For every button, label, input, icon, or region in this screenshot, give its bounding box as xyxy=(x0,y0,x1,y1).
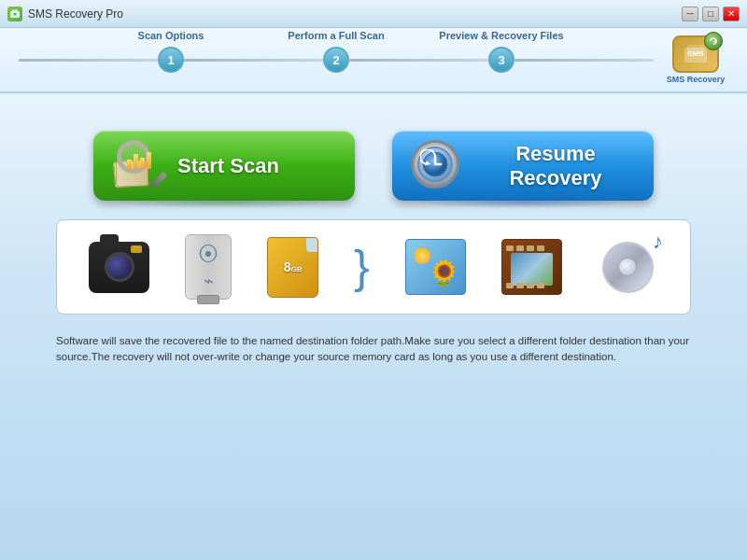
window-controls: ─ □ ✕ xyxy=(682,7,740,21)
bracket-icon: } xyxy=(354,244,370,290)
usb-icon-char: ⌁ xyxy=(204,271,214,291)
music-icon-item: ♪ xyxy=(598,239,658,295)
svg-rect-1 xyxy=(12,9,18,13)
film-strip-top xyxy=(502,244,561,253)
photo-shape: 🌻 xyxy=(405,239,466,295)
start-scan-label: Start Scan xyxy=(177,154,279,178)
sd-label: 8GB xyxy=(284,259,303,274)
music-note: ♪ xyxy=(653,230,663,254)
magnifier-icon xyxy=(112,140,163,191)
minimize-button[interactable]: ─ xyxy=(682,7,698,21)
buttons-row: Start Scan xyxy=(56,131,691,201)
sd-notch xyxy=(306,238,317,252)
close-button[interactable]: ✕ xyxy=(723,7,740,21)
app-icon xyxy=(7,7,22,21)
svg-point-2 xyxy=(14,12,17,15)
step1-wrapper: Scan Options 1 xyxy=(158,47,184,73)
step2-number: 2 xyxy=(332,53,339,67)
camera-flash xyxy=(131,245,142,253)
music-shape: ♪ xyxy=(598,239,658,295)
bar4 xyxy=(147,152,151,169)
usb-symbol: ⦿ xyxy=(198,243,218,267)
camera-lens xyxy=(105,252,134,282)
steps-container: Scan Options 1 Perform a Full Scan 2 Pre… xyxy=(19,47,654,73)
step1-circle: 1 xyxy=(158,47,184,73)
app-title: SMS Recovery Pro xyxy=(28,7,123,21)
usb-port xyxy=(197,295,219,304)
film-hole4 xyxy=(537,245,544,251)
step1-label: Scan Options xyxy=(138,30,204,41)
logo-icon: SMS xyxy=(672,35,719,73)
film-strip-bottom xyxy=(502,281,561,290)
step-line-pre1 xyxy=(19,59,158,62)
step3-number: 3 xyxy=(498,53,504,67)
bar1 xyxy=(127,160,132,169)
film-shape xyxy=(501,239,562,295)
camera-icon-item xyxy=(89,242,149,293)
title-bar: SMS Recovery Pro ─ □ ✕ xyxy=(0,0,747,28)
disc-inner xyxy=(618,258,637,276)
clock-icon xyxy=(411,140,462,191)
photo-icon-item: 🌻 xyxy=(405,239,466,295)
title-bar-left: SMS Recovery Pro xyxy=(7,7,123,21)
disc-outer xyxy=(602,242,654,293)
step2-circle: 2 xyxy=(323,47,349,73)
info-text: Software will save the recovered file to… xyxy=(56,333,691,366)
film-hole2 xyxy=(516,245,524,251)
step3-circle: 3 xyxy=(488,47,514,73)
sd-card-icon-item: 8GB xyxy=(267,237,318,298)
scan-bars xyxy=(127,152,151,169)
film-hole3 xyxy=(527,245,534,251)
usb-icon-item: ⦿ ⌁ xyxy=(185,234,232,300)
film-hole6 xyxy=(516,283,524,288)
start-scan-button[interactable]: Start Scan xyxy=(93,131,355,201)
magnifier-handle xyxy=(150,172,167,189)
steps-bar: Scan Options 1 Perform a Full Scan 2 Pre… xyxy=(0,28,747,93)
film-hole1 xyxy=(506,245,514,251)
logo-badge xyxy=(704,32,723,50)
step3-wrapper: Preview & Recovery Files 3 xyxy=(488,47,514,73)
photo-flower: 🌻 xyxy=(428,259,460,289)
resume-recovery-label: Resume Recovery xyxy=(476,142,635,190)
scan-icon xyxy=(112,140,163,191)
film-hole8 xyxy=(537,283,544,288)
film-hole7 xyxy=(527,283,534,288)
step-line-post3 xyxy=(514,59,654,62)
sd-shape: 8GB xyxy=(267,237,318,298)
step3-label: Preview & Recovery Files xyxy=(439,30,563,41)
resume-recovery-button[interactable]: Resume Recovery xyxy=(392,131,654,201)
step2-wrapper: Perform a Full Scan 2 xyxy=(323,47,349,73)
step-line-2-3 xyxy=(349,59,488,62)
camera-shape xyxy=(89,242,149,293)
clock-inner xyxy=(417,147,453,182)
svg-text:SMS: SMS xyxy=(687,49,704,58)
camera-top xyxy=(100,234,119,244)
bar3 xyxy=(140,158,145,169)
step2-label: Perform a Full Scan xyxy=(288,30,384,41)
clock-outer xyxy=(411,140,459,189)
bar2 xyxy=(134,154,138,169)
film-hole5 xyxy=(506,283,514,288)
main-content: Start Scan xyxy=(0,93,747,560)
app-logo: SMS SMS Recovery xyxy=(663,32,728,88)
logo-label: SMS Recovery xyxy=(667,75,726,84)
magnifier-glass xyxy=(117,140,150,174)
step1-number: 1 xyxy=(167,53,174,67)
icons-panel: ⦿ ⌁ 8GB } 🌻 xyxy=(56,219,691,315)
usb-shape: ⦿ ⌁ xyxy=(185,234,232,300)
maximize-button[interactable]: □ xyxy=(702,7,719,21)
step-line-1-2 xyxy=(184,59,323,62)
film-icon-item xyxy=(501,239,562,295)
